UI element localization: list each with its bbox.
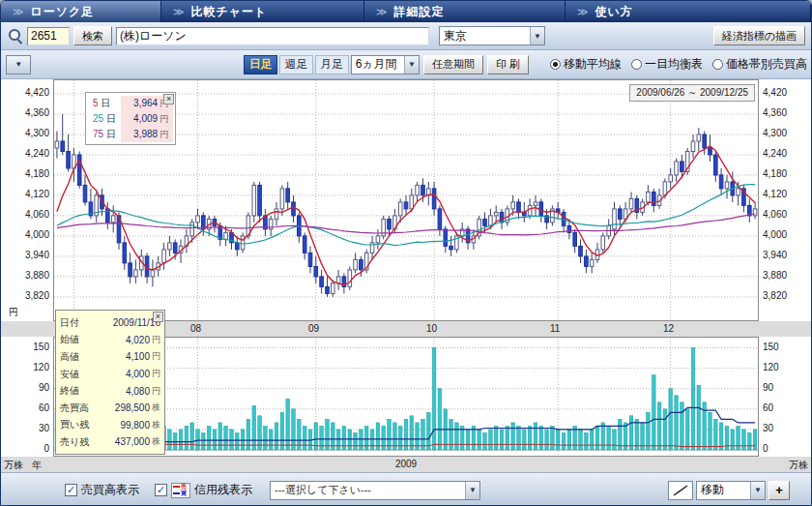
radio-moving-average[interactable]: 移動平均線 bbox=[550, 56, 622, 73]
volume-display-checkbox[interactable]: ✓ 売買高表示 bbox=[65, 482, 139, 498]
tab-label: ローソク足 bbox=[31, 4, 95, 20]
chevrons-icon: ≫ bbox=[376, 6, 389, 18]
y-axis-label: 4,240 bbox=[763, 148, 787, 159]
y-axis-label: 3,880 bbox=[763, 270, 787, 281]
y-axis-label: 150 bbox=[763, 342, 779, 352]
tab-comparison-chart[interactable]: ≫ 比較チャート bbox=[161, 1, 364, 22]
exchange-select[interactable]: 東京 ▼ bbox=[439, 26, 545, 45]
y-axis-label: 0 bbox=[44, 443, 49, 454]
year-axis-band: 万株 年 2009 万株 bbox=[1, 457, 811, 472]
economic-indicator-button[interactable]: 経済指標の描画 bbox=[713, 26, 805, 45]
y-axis-label: 4,240 bbox=[25, 148, 49, 159]
radio-label: 一目均衡表 bbox=[645, 56, 703, 73]
left-dropdown[interactable]: ▼ bbox=[6, 55, 31, 74]
checkbox-label: 売買高表示 bbox=[81, 482, 139, 498]
y-axis-label: 4,300 bbox=[25, 128, 49, 138]
print-button[interactable]: 印 刷 bbox=[487, 55, 529, 74]
y-axis-label: 150 bbox=[33, 342, 49, 352]
tooltip-row: 売買高298,500株 bbox=[60, 400, 160, 417]
price-axis-left: 4,4204,3604,3004,2404,1804,1204,0604,000… bbox=[1, 79, 53, 321]
range-value: 6ヵ月間 bbox=[352, 56, 404, 73]
add-button[interactable]: + bbox=[768, 481, 790, 500]
margin-balance-checkbox[interactable]: ✓ 売 買 信用残表示 bbox=[155, 482, 252, 498]
volume-unit-label: 万株 bbox=[4, 459, 23, 472]
tab-detail-settings[interactable]: ≫ 詳細設定 bbox=[364, 1, 566, 22]
ma-value: 3,964 bbox=[133, 98, 158, 108]
x-axis-month-label: 10 bbox=[426, 323, 437, 334]
radio-dot-icon bbox=[712, 59, 723, 70]
volume-axis-left: 1501209060300 bbox=[1, 337, 53, 457]
y-axis-label: 4,000 bbox=[763, 229, 787, 240]
indicator-select-value: ---選択して下さい--- bbox=[271, 483, 465, 497]
y-axis-label: 60 bbox=[763, 402, 773, 413]
period-monthly-button[interactable]: 月足 bbox=[315, 55, 349, 74]
checkbox-checked-icon: ✓ bbox=[65, 484, 77, 496]
period-toolbar: ▼ 日足 週足 月足 6ヵ月間 ▼ 任意期間 印 刷 移動平均線 一目均衡表 価… bbox=[1, 50, 811, 79]
x-axis-month-label: 08 bbox=[190, 323, 201, 334]
search-button[interactable]: 検索 bbox=[73, 26, 112, 45]
stock-code-input[interactable] bbox=[27, 27, 70, 45]
ma-period: 75 bbox=[93, 129, 103, 139]
close-icon[interactable]: × bbox=[163, 94, 174, 104]
ma-legend-row: 5日 3,964円 bbox=[88, 96, 173, 111]
y-axis-label: 30 bbox=[39, 423, 49, 433]
tab-how-to-use[interactable]: ≫ 使い方 bbox=[566, 1, 811, 22]
ma-unit: 日 bbox=[102, 98, 111, 108]
y-axis-label: 4,180 bbox=[25, 168, 49, 179]
price-unit-label: 円 bbox=[9, 306, 18, 319]
tooltip-row: 安値4,000円 bbox=[60, 366, 160, 383]
ma-value: 4,009 bbox=[133, 113, 158, 124]
y-axis-label: 4,360 bbox=[25, 107, 49, 118]
tab-bar: ≫ ローソク足 ≫ 比較チャート ≫ 詳細設定 ≫ 使い方 bbox=[1, 1, 811, 22]
tooltip-row: 始値4,020円 bbox=[60, 332, 160, 349]
chevron-down-icon: ▼ bbox=[404, 56, 419, 74]
period-weekly-button[interactable]: 週足 bbox=[279, 55, 313, 74]
tab-candlestick[interactable]: ≫ ローソク足 bbox=[1, 1, 161, 22]
tooltip-row: 買い残99,800株 bbox=[60, 417, 160, 434]
tab-label: 使い方 bbox=[595, 4, 633, 20]
y-axis-label: 4,300 bbox=[763, 128, 787, 138]
y-axis-label: 4,420 bbox=[763, 87, 787, 98]
chart-area: 4,4204,3604,3004,2404,1804,1204,0604,000… bbox=[1, 79, 811, 472]
custom-period-button[interactable]: 任意期間 bbox=[423, 55, 483, 74]
stock-name-input[interactable] bbox=[116, 27, 429, 45]
y-axis-label: 4,180 bbox=[763, 168, 787, 179]
tooltip-row: 終値4,080円 bbox=[60, 382, 160, 400]
ma-period: 25 bbox=[93, 113, 103, 124]
ma-period: 5 bbox=[93, 98, 99, 108]
data-tooltip: × 日付2009/11/16 始値4,020円 高値4,100円 安値4,000… bbox=[55, 310, 165, 455]
radio-volume-by-price[interactable]: 価格帯別売買高 bbox=[712, 56, 807, 73]
y-axis-label: 0 bbox=[763, 443, 768, 454]
ma-value-unit: 円 bbox=[160, 114, 168, 124]
y-axis-label: 90 bbox=[39, 382, 49, 393]
y-axis-label: 120 bbox=[763, 362, 779, 372]
chevrons-icon: ≫ bbox=[173, 6, 186, 18]
radio-ichimoku[interactable]: 一目均衡表 bbox=[631, 56, 703, 73]
volume-axis-right: 1501209060300 bbox=[759, 337, 811, 457]
period-daily-button[interactable]: 日足 bbox=[244, 55, 277, 74]
range-select[interactable]: 6ヵ月間 ▼ bbox=[351, 55, 420, 74]
x-axis-month-label: 09 bbox=[308, 323, 319, 334]
drawing-tools: 移動 ▼ + bbox=[668, 481, 790, 500]
radio-dot-icon bbox=[550, 59, 561, 70]
x-axis-month-label: 12 bbox=[663, 323, 674, 334]
exchange-value: 東京 bbox=[440, 28, 530, 45]
tooltip-row: 売り残437,000株 bbox=[60, 433, 160, 451]
checkbox-checked-icon: ✓ bbox=[155, 484, 167, 496]
chevron-down-icon: ▼ bbox=[530, 27, 544, 45]
year-label: 年 bbox=[32, 459, 42, 472]
search-toolbar: 検索 東京 ▼ 経済指標の描画 bbox=[1, 22, 811, 50]
bottom-toolbar: ✓ 売買高表示 ✓ 売 買 信用残表示 ---選択して下さい--- ▼ 移動 ▼… bbox=[1, 472, 811, 506]
y-axis-label: 3,820 bbox=[25, 290, 49, 301]
tab-label: 比較チャート bbox=[191, 4, 268, 20]
y-axis-label: 3,880 bbox=[25, 270, 49, 281]
indicator-select[interactable]: ---選択して下さい--- ▼ bbox=[270, 481, 480, 500]
ma-legend-row: 25日 4,009円 bbox=[88, 111, 173, 127]
move-mode-select[interactable]: 移動 ▼ bbox=[696, 481, 766, 500]
year-value: 2009 bbox=[395, 459, 417, 469]
close-icon[interactable]: × bbox=[153, 312, 163, 322]
x-axis-month-label: 11 bbox=[550, 323, 560, 334]
chevron-down-icon: ▼ bbox=[465, 482, 479, 499]
main-candlestick-chart[interactable]: 2009/06/26 ～ 2009/12/25 × 5日 3,964円 25日 … bbox=[53, 79, 759, 321]
trendline-tool-button[interactable] bbox=[668, 481, 693, 500]
